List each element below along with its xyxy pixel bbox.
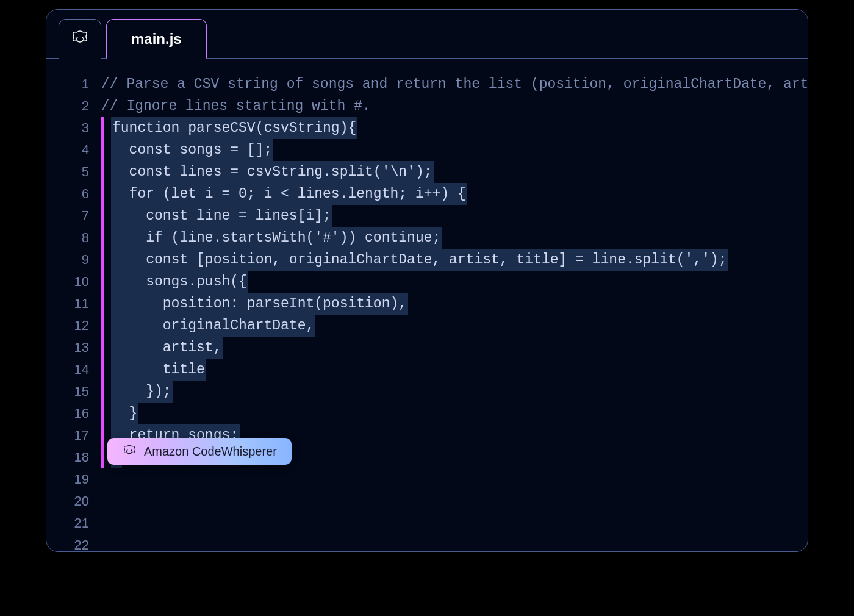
code-line: originalChartDate, bbox=[111, 315, 808, 337]
codewhisperer-logo-icon bbox=[70, 29, 90, 49]
line-number: 21 bbox=[46, 512, 101, 534]
line-number: 19 bbox=[46, 468, 101, 490]
line-number: 9 bbox=[46, 249, 101, 271]
code-line: const lines = csvString.split('\n'); bbox=[111, 161, 808, 183]
code-content[interactable]: // Parse a CSV string of songs and retur… bbox=[101, 71, 808, 551]
line-number: 7 bbox=[46, 205, 101, 227]
gutter: 12345678910111213141516171819202122 bbox=[46, 71, 101, 551]
line-number: 8 bbox=[46, 227, 101, 249]
code-line: if (line.startsWith('#')) continue; bbox=[111, 227, 808, 249]
code-line: // Ignore lines starting with #. bbox=[101, 95, 808, 117]
code-line: artist, bbox=[111, 337, 808, 359]
code-area: 12345678910111213141516171819202122 // P… bbox=[46, 59, 808, 551]
line-number: 2 bbox=[46, 95, 101, 117]
code-line: const songs = []; bbox=[111, 139, 808, 161]
line-number: 15 bbox=[46, 381, 101, 403]
codewhisperer-badge[interactable]: Amazon CodeWhisperer bbox=[107, 438, 292, 465]
line-number: 14 bbox=[46, 359, 101, 381]
codewhisperer-icon bbox=[122, 444, 137, 459]
code-line: title bbox=[111, 359, 808, 381]
code-line: const line = lines[i]; bbox=[111, 205, 808, 227]
line-number: 20 bbox=[46, 490, 101, 512]
line-number: 18 bbox=[46, 446, 101, 468]
line-number: 16 bbox=[46, 403, 101, 424]
code-line: for (let i = 0; i < lines.length; i++) { bbox=[111, 183, 808, 205]
code-line: function parseCSV(csvString){ bbox=[111, 117, 808, 139]
code-line: position: parseInt(position), bbox=[111, 293, 808, 315]
line-number: 22 bbox=[46, 534, 101, 552]
code-line bbox=[101, 468, 808, 490]
code-line: } bbox=[111, 403, 808, 424]
editor-logo-button[interactable] bbox=[59, 19, 101, 59]
code-line bbox=[101, 512, 808, 534]
file-tab[interactable]: main.js bbox=[106, 19, 207, 59]
line-number: 11 bbox=[46, 293, 101, 315]
line-number: 3 bbox=[46, 117, 101, 139]
line-number: 13 bbox=[46, 337, 101, 359]
code-line bbox=[101, 490, 808, 512]
suggestion-block: function parseCSV(csvString){ const song… bbox=[101, 117, 808, 468]
line-number: 4 bbox=[46, 139, 101, 161]
tab-bar: main.js bbox=[46, 10, 808, 59]
code-line: // Parse a CSV string of songs and retur… bbox=[101, 73, 808, 95]
line-number: 12 bbox=[46, 315, 101, 337]
code-line: songs.push({ bbox=[111, 271, 808, 293]
line-number: 5 bbox=[46, 161, 101, 183]
line-number: 6 bbox=[46, 183, 101, 205]
badge-label: Amazon CodeWhisperer bbox=[144, 445, 277, 459]
line-number: 10 bbox=[46, 271, 101, 293]
line-number: 17 bbox=[46, 424, 101, 446]
tab-label: main.js bbox=[131, 30, 182, 48]
code-line: }); bbox=[111, 381, 808, 403]
code-line bbox=[101, 534, 808, 552]
editor-window: main.js 12345678910111213141516171819202… bbox=[46, 9, 808, 552]
code-line: const [position, originalChartDate, arti… bbox=[111, 249, 808, 271]
line-number: 1 bbox=[46, 73, 101, 95]
